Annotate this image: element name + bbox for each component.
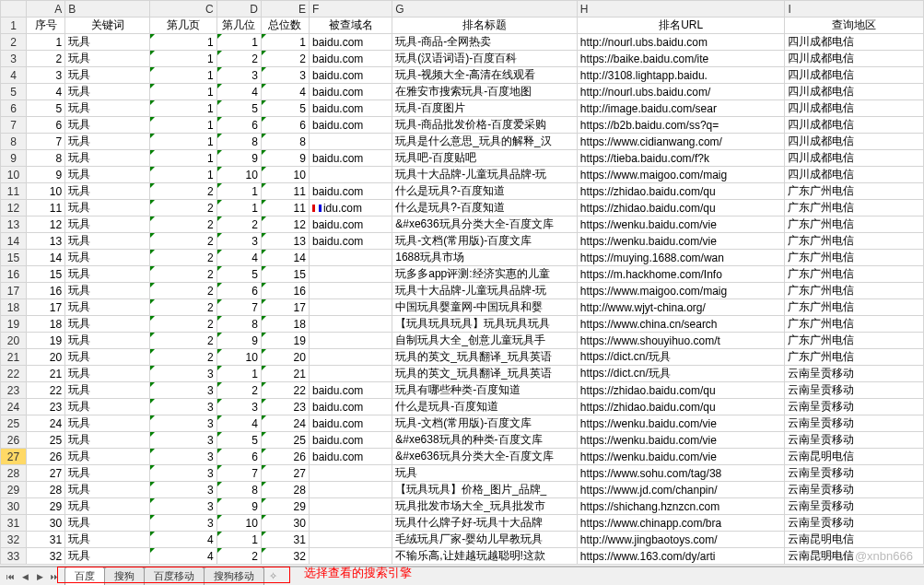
cell[interactable]: 四川成都电信 xyxy=(785,67,924,84)
cell[interactable]: baidu.com xyxy=(309,399,392,415)
cell[interactable]: https://zhidao.baidu.com/qu xyxy=(577,200,785,216)
cell[interactable]: https://dict.cn/玩具 xyxy=(577,366,785,382)
table-row[interactable]: 1817玩具2717中国玩具婴童网-中国玩具和婴http://www.wjyt-… xyxy=(1,299,924,316)
cell[interactable]: 3 xyxy=(150,482,216,498)
cell[interactable]: 15 xyxy=(27,266,65,283)
cell[interactable]: 5 xyxy=(261,100,309,117)
cell[interactable]: 广东广州电信 xyxy=(785,216,924,233)
cell[interactable]: 玩具 xyxy=(65,183,150,200)
cell[interactable]: 5 xyxy=(216,432,261,449)
cell[interactable]: 9 xyxy=(216,150,261,167)
cell[interactable]: 什么是玩具-百度知道 xyxy=(392,399,578,415)
cell[interactable]: 15 xyxy=(261,266,309,283)
cell[interactable]: 22 xyxy=(261,382,309,399)
spreadsheet-area[interactable]: A B C D E F G H I 1 序号 关键词 第几页 第几位 总位数 被… xyxy=(0,0,924,567)
table-row[interactable]: 1413玩具2313baidu.com玩具-文档(常用版)-百度文库https:… xyxy=(1,233,924,250)
cell[interactable]: 24 xyxy=(27,415,65,432)
cell[interactable]: 玩具 xyxy=(65,515,150,532)
row-header[interactable]: 29 xyxy=(1,482,27,498)
cell[interactable]: 19 xyxy=(27,333,65,349)
cell[interactable] xyxy=(309,366,392,382)
cell[interactable]: 玩具 xyxy=(65,51,150,67)
table-row[interactable]: 2524玩具3424baidu.com玩具-文档(常用版)-百度文库https:… xyxy=(1,415,924,432)
cell[interactable]: 11 xyxy=(261,200,309,216)
cell[interactable]: 6 xyxy=(261,117,309,134)
cell[interactable]: https://muying.1688.com/wan xyxy=(577,250,785,266)
cell[interactable]: 21 xyxy=(27,366,65,382)
cell[interactable]: 玩具什么牌子好-玩具十大品牌 xyxy=(392,515,578,532)
cell[interactable]: 什么是玩具?-百度知道 xyxy=(392,183,578,200)
cell[interactable]: https://tieba.baidu.com/f?k xyxy=(577,150,785,167)
cell[interactable]: http://nourl.ubs.baidu.com/ xyxy=(577,84,785,100)
sheet-tab[interactable]: 搜狗 xyxy=(104,567,145,585)
cell[interactable]: 25 xyxy=(27,432,65,449)
cell[interactable]: 玩具 xyxy=(65,117,150,134)
cell[interactable]: 玩具-视频大全-高清在线观看 xyxy=(392,67,578,84)
cell[interactable]: 26 xyxy=(261,449,309,465)
cell[interactable] xyxy=(309,266,392,283)
cell[interactable]: 四川成都电信 xyxy=(785,117,924,134)
cell[interactable]: 2 xyxy=(150,233,216,250)
cell[interactable]: 玩具 xyxy=(65,498,150,515)
cell[interactable]: 4 xyxy=(216,84,261,100)
cell[interactable]: 27 xyxy=(261,465,309,482)
cell[interactable]: 3 xyxy=(216,399,261,415)
cell[interactable]: 四川成都电信 xyxy=(785,167,924,183)
cell[interactable] xyxy=(309,299,392,316)
row-header[interactable]: 1 xyxy=(1,18,27,34)
cell[interactable]: http://image.baidu.com/sear xyxy=(577,100,785,117)
cell[interactable]: 19 xyxy=(261,333,309,349)
cell[interactable]: &#xe636玩具分类大全-百度文库 xyxy=(392,449,578,465)
cell[interactable]: 8 xyxy=(216,316,261,333)
cell[interactable]: 2 xyxy=(216,51,261,67)
cell[interactable]: &#xe636玩具分类大全-百度文库 xyxy=(392,216,578,233)
cell[interactable]: 3 xyxy=(150,449,216,465)
cell[interactable]: 第几位 xyxy=(216,18,261,34)
cell[interactable]: 玩具 xyxy=(65,216,150,233)
cell[interactable] xyxy=(309,515,392,532)
cell[interactable]: 玩具 xyxy=(65,399,150,415)
cell[interactable]: 云南呈贡移动 xyxy=(785,415,924,432)
cell[interactable]: 3 xyxy=(216,67,261,84)
cell[interactable]: 8 xyxy=(27,150,65,167)
cell[interactable]: 2 xyxy=(216,382,261,399)
cell[interactable]: 1 xyxy=(150,167,216,183)
row-header[interactable]: 10 xyxy=(1,167,27,183)
table-row[interactable]: 1615玩具2515玩多多app评测:经济实惠的儿童https://m.hack… xyxy=(1,266,924,283)
cell[interactable] xyxy=(309,134,392,150)
cell[interactable]: 云南昆明电信 xyxy=(785,532,924,548)
cell[interactable]: 云南呈贡移动 xyxy=(785,366,924,382)
cell[interactable]: baidu.com xyxy=(309,216,392,233)
cell[interactable]: 2 xyxy=(150,349,216,366)
table-row[interactable]: 2928玩具3828【玩具玩具】价格_图片_品牌_https://www.jd.… xyxy=(1,482,924,498)
cell[interactable]: 3 xyxy=(150,382,216,399)
cell[interactable]: 1 xyxy=(150,84,216,100)
row-header[interactable]: 6 xyxy=(1,100,27,117)
cell[interactable]: 1 xyxy=(150,51,216,67)
cell[interactable]: http://nourl.ubs.baidu.com xyxy=(577,34,785,51)
col-header-E[interactable]: E xyxy=(261,1,309,18)
row-header[interactable]: 17 xyxy=(1,283,27,299)
cell[interactable]: 序号 xyxy=(27,18,65,34)
cell[interactable]: https://zhidao.baidu.com/qu xyxy=(577,382,785,399)
cell[interactable]: 玩具 xyxy=(65,150,150,167)
cell[interactable]: https://www.china.cn/search xyxy=(577,316,785,333)
cell[interactable]: http://3108.lightapp.baidu. xyxy=(577,67,785,84)
cell[interactable]: 1688玩具市场 xyxy=(392,250,578,266)
cell[interactable]: https://baike.baidu.com/ite xyxy=(577,51,785,67)
cell[interactable]: https://www.maigoo.com/maig xyxy=(577,283,785,299)
table-row[interactable]: 1716玩具2616玩具十大品牌-儿童玩具品牌-玩https://www.mai… xyxy=(1,283,924,299)
cell[interactable]: 总位数 xyxy=(261,18,309,34)
table-row[interactable]: 2019玩具2919自制玩具大全_创意儿童玩具手https://www.shou… xyxy=(1,333,924,349)
cell[interactable] xyxy=(309,482,392,498)
row-header[interactable]: 23 xyxy=(1,382,27,399)
cell[interactable] xyxy=(309,167,392,183)
first-tab-icon[interactable]: ⏮ xyxy=(4,570,17,583)
cell[interactable]: 玩具 xyxy=(65,449,150,465)
cell[interactable]: 玩具-文档(常用版)-百度文库 xyxy=(392,233,578,250)
cell[interactable]: 17 xyxy=(27,299,65,316)
table-row[interactable]: 21玩具111baidu.com玩具-商品-全网热卖http://nourl.u… xyxy=(1,34,924,51)
cell[interactable]: 10 xyxy=(216,349,261,366)
cell[interactable]: 玩具 xyxy=(65,34,150,51)
cell[interactable] xyxy=(309,250,392,266)
